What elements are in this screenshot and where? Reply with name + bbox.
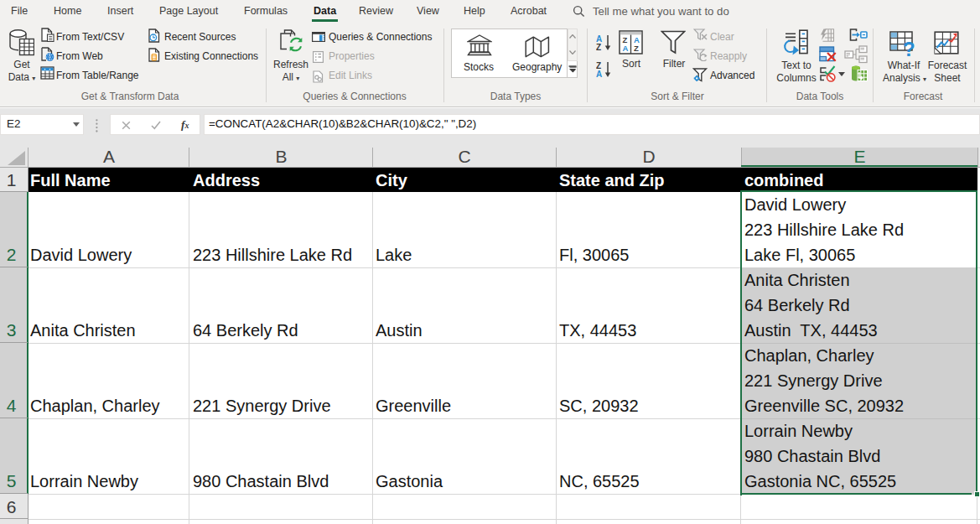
svg-text:Z: Z — [634, 44, 639, 53]
svg-text:A: A — [623, 44, 629, 53]
svg-text:A: A — [596, 70, 602, 78]
svg-text:Z: Z — [623, 35, 628, 44]
svg-text:A: A — [634, 35, 640, 44]
svg-text:Z: Z — [596, 43, 601, 51]
svg-text:?: ? — [903, 38, 915, 57]
